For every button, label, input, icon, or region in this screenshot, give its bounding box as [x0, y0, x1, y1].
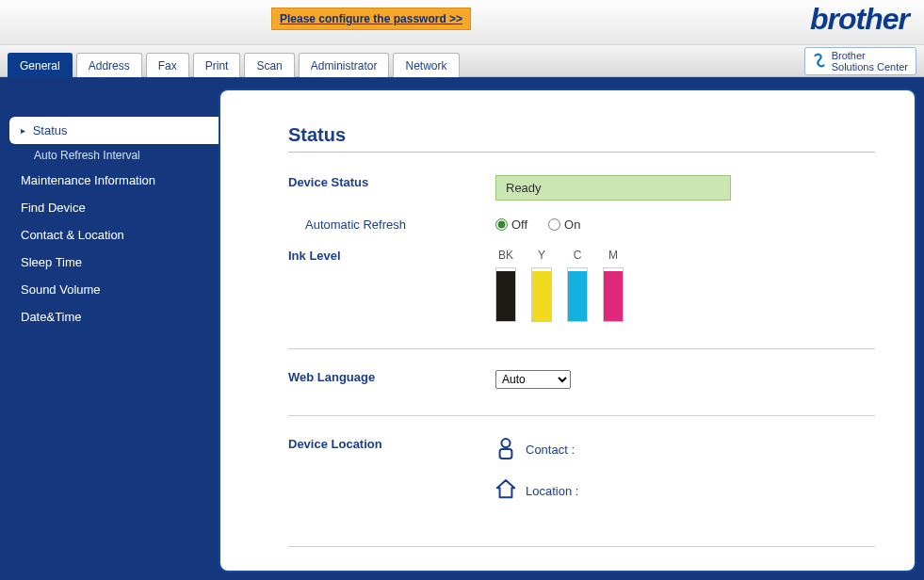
ink-bar-m [603, 267, 624, 322]
main-area: Status Auto Refresh Interval Maintenance… [0, 77, 924, 580]
tab-general[interactable]: General [8, 53, 73, 77]
top-banner: Please configure the password >> brother [0, 0, 924, 45]
web-language-label: Web Language [288, 370, 495, 384]
solutions-center-icon [811, 53, 828, 70]
sidebar-item-sound-volume[interactable]: Sound Volume [0, 276, 219, 303]
auto-refresh-off-option[interactable]: Off [495, 218, 527, 232]
row-web-language: Web Language Auto [288, 370, 875, 389]
auto-refresh-radio-group: Off On [495, 218, 875, 232]
auto-refresh-off-label: Off [511, 218, 527, 232]
contact-label: Contact : [526, 443, 575, 457]
content-panel: Status Device Status Ready Automatic Ref… [219, 89, 916, 572]
ink-col-c: C [567, 249, 588, 322]
row-device-status: Device Status Ready [288, 175, 875, 201]
ink-name-bk: BK [498, 249, 513, 262]
ink-name-c: C [574, 249, 582, 262]
sidebar: Status Auto Refresh Interval Maintenance… [0, 77, 219, 580]
tab-fax[interactable]: Fax [146, 53, 189, 77]
auto-refresh-off-radio[interactable] [495, 218, 508, 231]
contact-row[interactable]: Contact : [495, 437, 875, 461]
ink-cells: BK Y C M [495, 249, 875, 322]
ink-col-m: M [603, 249, 624, 322]
divider [288, 415, 875, 416]
brother-logo: brother [810, 2, 909, 37]
ink-bar-c [567, 267, 588, 322]
ink-bar-bk [495, 267, 516, 322]
tab-print[interactable]: Print [193, 53, 241, 77]
auto-refresh-label: Automatic Refresh [288, 218, 495, 232]
row-ink-level: Ink Level BK Y C [288, 249, 875, 322]
solutions-center-link[interactable]: Brother Solutions Center [804, 47, 916, 75]
sidebar-item-auto-refresh-interval[interactable]: Auto Refresh Interval [0, 144, 219, 167]
device-location-label: Device Location [288, 437, 495, 451]
content-wrap: Status Device Status Ready Automatic Ref… [219, 77, 924, 580]
person-icon [495, 437, 516, 461]
tab-administrator[interactable]: Administrator [299, 53, 390, 77]
page-title: Status [288, 124, 875, 153]
tab-bar: General Address Fax Print Scan Administr… [0, 45, 924, 77]
ink-name-m: M [608, 249, 618, 262]
web-language-select[interactable]: Auto [495, 370, 571, 389]
device-status-value: Ready [495, 175, 731, 201]
solutions-center-line1: Brother [832, 50, 866, 61]
tab-scan[interactable]: Scan [244, 53, 294, 77]
ink-level-label: Ink Level [288, 249, 495, 263]
ink-bar-y [531, 267, 552, 322]
divider [288, 546, 875, 547]
divider [288, 348, 875, 349]
tab-network[interactable]: Network [393, 53, 459, 77]
location-label: Location : [526, 484, 578, 498]
svg-rect-1 [500, 449, 512, 459]
configure-password-link[interactable]: Please configure the password >> [271, 8, 471, 30]
house-icon [495, 478, 516, 503]
svg-point-0 [501, 439, 510, 447]
ink-col-bk: BK [495, 249, 516, 322]
row-auto-refresh: Automatic Refresh Off On [288, 218, 875, 232]
location-row[interactable]: Location : [495, 478, 875, 503]
device-status-label: Device Status [288, 175, 495, 189]
sidebar-item-date-time[interactable]: Date&Time [0, 303, 219, 330]
ink-col-y: Y [531, 249, 552, 322]
sidebar-item-status[interactable]: Status [9, 117, 219, 144]
sidebar-item-sleep-time[interactable]: Sleep Time [0, 249, 219, 276]
row-device-location: Device Location Contact : [288, 437, 875, 520]
auto-refresh-on-label: On [564, 218, 580, 232]
tab-address[interactable]: Address [76, 53, 142, 77]
sidebar-item-find-device[interactable]: Find Device [0, 194, 219, 221]
sidebar-item-contact-location[interactable]: Contact & Location [0, 221, 219, 249]
solutions-center-text: Brother Solutions Center [832, 50, 908, 72]
auto-refresh-on-option[interactable]: On [548, 218, 580, 232]
sidebar-item-label: Status [33, 123, 68, 137]
solutions-center-line2: Solutions Center [832, 61, 908, 72]
ink-name-y: Y [538, 249, 545, 262]
sidebar-item-maintenance-information[interactable]: Maintenance Information [0, 167, 219, 194]
auto-refresh-on-radio[interactable] [548, 218, 560, 231]
